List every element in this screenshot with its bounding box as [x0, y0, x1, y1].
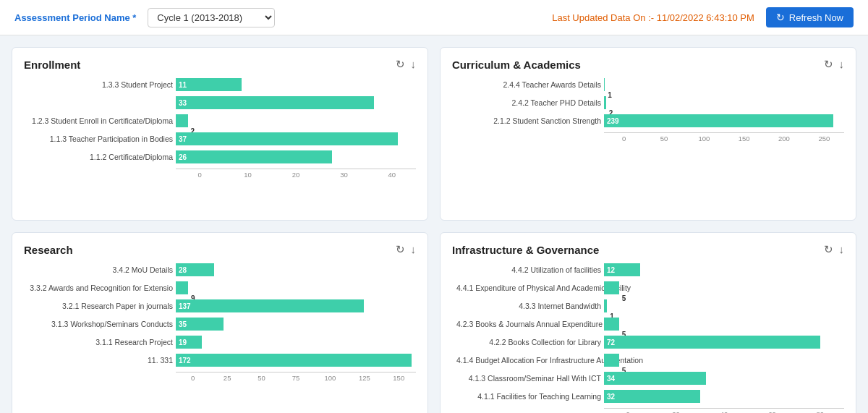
- curriculum-bar-chart: 2.4.4 Teacher Awards Details12.4.2 Teach…: [604, 78, 844, 127]
- enrollment-bar-chart: 1.3.3 Student Project11331.2.3 Student E…: [176, 78, 416, 163]
- curriculum-title: Curriculum & Academics: [452, 59, 581, 71]
- bar-row: 4.2.3 Books & Journals Annual Expenditur…: [604, 318, 844, 331]
- bar-outer: 26: [176, 150, 416, 163]
- curriculum-download-icon[interactable]: ↓: [839, 58, 845, 71]
- bar-fill: [604, 354, 619, 367]
- bar-label: 1.2.3 Student Enroll in Certificate/Dipl…: [28, 116, 173, 125]
- bar-row: 2.4.2 Teacher PHD Details2: [604, 96, 844, 109]
- x-tick: 125: [347, 374, 381, 382]
- bar-label: 4.4.2 Utilization of facilities: [456, 265, 601, 274]
- bar-value: 34: [607, 375, 615, 383]
- bar-outer: 32: [604, 390, 844, 403]
- research-chart-area: 3.4.2 MoU Details283.3.2 Awards and Reco…: [24, 263, 416, 382]
- bar-value: 137: [179, 302, 191, 310]
- research-actions: ↻ ↓: [396, 243, 417, 256]
- bar-value: 12: [607, 266, 615, 274]
- curriculum-card-header: Curriculum & Academics ↻ ↓: [452, 58, 844, 71]
- enrollment-download-icon[interactable]: ↓: [411, 58, 417, 71]
- bar-fill: 32: [604, 390, 700, 403]
- bar-fill: 37: [176, 132, 398, 145]
- bar-label: 11. 331: [28, 356, 173, 365]
- bar-outer: 12: [604, 263, 844, 276]
- bar-row: 33: [176, 96, 416, 109]
- bar-row: 4.2.2 Books Collection for Library72: [604, 336, 844, 349]
- bar-label: 2.1.2 Student Sanction Strength: [456, 116, 601, 125]
- refresh-icon: ↻: [776, 12, 785, 23]
- bar-label: 3.2.1 Research Paper in journals: [28, 302, 173, 310]
- bar-fill: 12: [604, 263, 640, 276]
- bar-value: 172: [179, 357, 191, 365]
- refresh-label: Refresh Now: [789, 12, 843, 23]
- x-tick: 25: [210, 374, 244, 382]
- x-tick: 10: [224, 171, 271, 179]
- bar-outer: 72: [604, 336, 844, 349]
- last-updated-info: Last Updated Data On :- 11/02/2022 6:43:…: [552, 12, 754, 23]
- bar-value: 37: [179, 135, 187, 143]
- infrastructure-download-icon[interactable]: ↓: [839, 243, 845, 256]
- bar-fill: [604, 96, 606, 109]
- infrastructure-bar-chart: 4.4.2 Utilization of facilities124.4.1 E…: [604, 263, 844, 403]
- bar-outer: 137: [176, 299, 416, 312]
- bar-fill: [604, 299, 607, 312]
- bar-outer: 5: [604, 318, 844, 331]
- bar-fill: [604, 78, 605, 91]
- x-tick: 80: [796, 410, 844, 413]
- research-card: Research ↻ ↓ 3.4.2 MoU Details283.3.2 Aw…: [12, 232, 428, 413]
- x-tick: 50: [244, 374, 278, 382]
- infrastructure-refresh-icon[interactable]: ↻: [824, 243, 833, 256]
- infrastructure-card: Infrastructure & Governance ↻ ↓ 4.4.2 Ut…: [440, 232, 856, 413]
- curriculum-x-axis: 050100150200250: [604, 132, 844, 142]
- bar-label: 4.1.1 Facilities for Teaching Learning: [456, 392, 601, 401]
- curriculum-refresh-icon[interactable]: ↻: [824, 58, 833, 71]
- bar-value: 239: [607, 117, 619, 125]
- bar-label: 4.4.1 Expenditure of Physical And Academ…: [456, 284, 601, 292]
- infrastructure-actions: ↻ ↓: [824, 243, 845, 256]
- x-tick: 200: [764, 135, 804, 142]
- assessment-label: Assessment Period Name *: [14, 12, 136, 23]
- bar-value: 11: [179, 81, 187, 89]
- bar-row: 1.2.3 Student Enroll in Certificate/Dipl…: [176, 114, 416, 127]
- research-download-icon[interactable]: ↓: [411, 243, 417, 256]
- x-tick: 75: [278, 374, 312, 382]
- bar-outer: 2: [176, 114, 416, 127]
- bar-row: 4.4.1 Expenditure of Physical And Academ…: [604, 281, 844, 294]
- bar-row: 1.1.3 Teacher Participation in Bodies37: [176, 132, 416, 145]
- research-refresh-icon[interactable]: ↻: [396, 243, 405, 256]
- bar-outer: 9: [176, 281, 416, 294]
- bar-label: 1.1.3 Teacher Participation in Bodies: [28, 135, 173, 143]
- assessment-period-select[interactable]: Cycle 1 (2013-2018): [148, 8, 275, 27]
- bar-row: 2.4.4 Teacher Awards Details1: [604, 78, 844, 91]
- bar-outer: 33: [176, 96, 416, 109]
- bar-label: 2.4.4 Teacher Awards Details: [456, 80, 601, 89]
- bar-outer: 5: [604, 354, 844, 367]
- bar-value: 26: [179, 153, 187, 161]
- bar-outer: 28: [176, 263, 416, 276]
- bar-fill: 34: [604, 372, 706, 385]
- bar-fill: 26: [176, 150, 332, 163]
- bar-row: 1.3.3 Student Project11: [176, 78, 416, 91]
- enrollment-refresh-icon[interactable]: ↻: [396, 58, 405, 71]
- bar-fill: 137: [176, 299, 364, 312]
- research-bar-chart: 3.4.2 MoU Details283.3.2 Awards and Reco…: [176, 263, 416, 367]
- refresh-now-button[interactable]: ↻ Refresh Now: [766, 7, 854, 27]
- x-tick: 40: [368, 171, 416, 179]
- enrollment-card-header: Enrollment ↻ ↓: [24, 58, 416, 71]
- x-tick: 0: [176, 171, 224, 179]
- x-tick: 50: [644, 135, 684, 142]
- bar-row: 4.3.3 Internet Bandwidth1: [604, 299, 844, 312]
- enrollment-title: Enrollment: [24, 59, 80, 71]
- bar-outer: 1: [604, 78, 844, 91]
- x-tick: 40: [700, 410, 748, 413]
- enrollment-x-axis: 010203040: [176, 169, 416, 179]
- infrastructure-x-axis: 020406080: [604, 408, 844, 413]
- enrollment-chart-area: 1.3.3 Student Project11331.2.3 Student E…: [24, 78, 416, 179]
- bar-row: 1.1.2 Certificate/Diploma26: [176, 150, 416, 163]
- bar-row: 11. 331172: [176, 354, 416, 367]
- bar-fill: 33: [176, 96, 374, 109]
- bar-row: 4.1.3 Classroom/Seminar Hall With ICT34: [604, 372, 844, 385]
- bar-row: 3.4.2 MoU Details28: [176, 263, 416, 276]
- bar-label: 1.3.3 Student Project: [28, 80, 173, 89]
- bar-fill: 72: [604, 336, 820, 349]
- x-tick: 150: [382, 374, 416, 382]
- x-tick: 150: [724, 135, 764, 142]
